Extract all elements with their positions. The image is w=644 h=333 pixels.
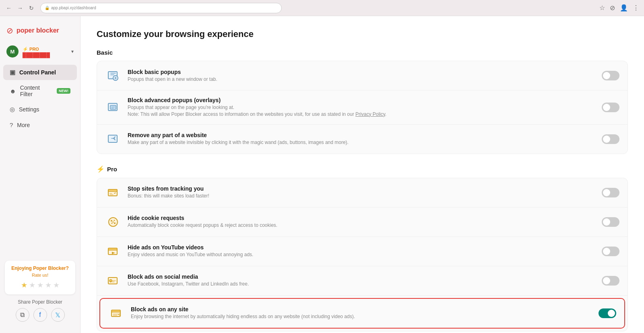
- stop-tracking-toggle[interactable]: [602, 188, 619, 197]
- block-basic-popups-toggle[interactable]: [602, 71, 619, 80]
- block-any-site-text: Block ads on any site Enjoy browsing the…: [131, 306, 592, 320]
- share-section: Share Poper Blocker ⧉ f 𝕏: [5, 299, 75, 322]
- share-facebook-button[interactable]: f: [33, 308, 47, 322]
- sidebar: ⊘ poper blocker M ⚡ PRO ████████ ▾ ▣ Con…: [0, 16, 80, 333]
- sidebar-item-label: Content Filter: [20, 84, 51, 97]
- block-advanced-popups-desc: Popups that appear on the page you're lo…: [128, 104, 595, 118]
- star-2[interactable]: ★: [29, 281, 35, 290]
- remove-website-part-title: Remove any part of a website: [128, 132, 595, 138]
- block-basic-popups-desc: Popups that open in a new window or tab.: [128, 76, 595, 83]
- block-any-site-desc: Enjoy browsing the internet by automatic…: [131, 313, 592, 320]
- sidebar-bottom: Enjoying Poper Blocker? Rate us! ★ ★ ★ ★…: [0, 256, 80, 327]
- remove-website-part-text: Remove any part of a website Make any pa…: [128, 132, 595, 146]
- stop-tracking-text: Stop sites from tracking you Bonus: this…: [128, 185, 595, 199]
- hide-cookie-toggle[interactable]: [602, 217, 619, 227]
- sidebar-user[interactable]: M ⚡ PRO ████████ ▾: [0, 42, 80, 61]
- hide-youtube-toggle[interactable]: [602, 247, 619, 256]
- block-any-site-toggle[interactable]: [599, 308, 616, 318]
- svg-point-11: [111, 222, 113, 224]
- block-social-ads-row: Block ads on social media Use Facebook, …: [97, 266, 627, 296]
- block-basic-popups-title: Block basic popups: [128, 69, 595, 75]
- star-3[interactable]: ★: [37, 281, 43, 290]
- svg-point-10: [114, 222, 116, 224]
- svg-point-12: [113, 221, 114, 222]
- sidebar-item-label: Control Panel: [19, 69, 56, 76]
- block-any-site-title: Block ads on any site: [131, 306, 592, 312]
- section-basic-title: Basic: [97, 49, 628, 56]
- hide-cookie-title: Hide cookie requests: [128, 215, 595, 221]
- star-5[interactable]: ★: [53, 281, 60, 290]
- toggle-slider: [602, 188, 619, 197]
- block-social-title: Block ads on social media: [128, 273, 595, 280]
- browser-chrome: ← → ↻ 🔒 app.pbapi.xyz/dashboard ☆ ⊘ 👤 ⋮: [0, 0, 644, 16]
- lightning-icon: ⚡: [97, 165, 105, 173]
- refresh-button[interactable]: ↻: [27, 4, 35, 12]
- svg-point-8: [111, 220, 112, 222]
- stop-tracking-icon: [105, 185, 121, 201]
- profile-icon[interactable]: 👤: [620, 4, 628, 12]
- block-basic-popups-row: Block basic popups Popups that open in a…: [97, 61, 627, 90]
- sidebar-item-label: Settings: [19, 106, 39, 113]
- hide-cookie-desc: Automatically block cookie request popup…: [128, 222, 595, 229]
- privacy-policy-link[interactable]: Privacy Policy: [355, 111, 385, 117]
- stop-tracking-row: Stop sites from tracking you Bonus: this…: [97, 178, 627, 208]
- stop-tracking-desc: Bonus: this will make sites load faster!: [128, 193, 595, 199]
- svg-rect-4: [108, 135, 117, 142]
- pro-settings-card: Stop sites from tracking you Bonus: this…: [97, 178, 628, 331]
- remove-website-part-toggle[interactable]: [602, 134, 619, 144]
- browser-actions: ☆ ⊘ 👤 ⋮: [599, 4, 639, 12]
- sidebar-item-settings[interactable]: ◎ Settings: [3, 102, 77, 117]
- star-rating[interactable]: ★ ★ ★ ★ ★: [10, 281, 70, 290]
- hide-cookie-icon: [105, 214, 121, 230]
- block-social-desc: Use Facebook, Instagram, Twitter and Lin…: [128, 281, 595, 288]
- share-title: Share Poper Blocker: [5, 299, 75, 305]
- stop-tracking-title: Stop sites from tracking you: [128, 185, 595, 192]
- share-twitter-button[interactable]: 𝕏: [51, 308, 65, 322]
- svg-rect-19: [111, 310, 120, 312]
- remove-website-part-row: Remove any part of a website Make any pa…: [97, 125, 627, 154]
- page-title: Customize your browsing experience: [97, 29, 628, 39]
- hide-youtube-text: Hide ads on YouTube videos Enjoy videos …: [128, 244, 595, 258]
- star-icon[interactable]: ☆: [599, 4, 605, 12]
- block-advanced-popups-title: Block advanced popups (overlays): [128, 97, 595, 103]
- hide-youtube-icon: [105, 243, 121, 259]
- svg-point-9: [114, 220, 115, 221]
- toggle-slider: [602, 276, 619, 286]
- hide-youtube-ads-row: Hide ads on YouTube videos Enjoy videos …: [97, 237, 627, 266]
- block-advanced-popups-row: Block advanced popups (overlays) Popups …: [97, 90, 627, 125]
- menu-icon[interactable]: ⋮: [633, 4, 639, 12]
- share-buttons: ⧉ f 𝕏: [5, 308, 75, 322]
- toggle-slider: [599, 308, 616, 318]
- block-advanced-popups-icon: [105, 99, 121, 115]
- forward-button[interactable]: →: [16, 4, 24, 12]
- more-icon: ?: [10, 121, 13, 128]
- user-name: ████████: [23, 52, 67, 58]
- back-button[interactable]: ←: [5, 4, 13, 12]
- sidebar-logo: ⊘ poper blocker: [0, 23, 80, 42]
- sidebar-item-control-panel[interactable]: ▣ Control Panel: [3, 65, 77, 80]
- extension-icon[interactable]: ⊘: [610, 4, 615, 12]
- address-bar[interactable]: 🔒 app.pbapi.xyz/dashboard: [40, 3, 282, 13]
- logo-icon: ⊘: [6, 26, 13, 35]
- star-1[interactable]: ★: [21, 281, 27, 290]
- content-filter-icon: ☻: [10, 88, 16, 95]
- chevron-down-icon: ▾: [71, 49, 74, 54]
- rate-card: Enjoying Poper Blocker? Rate us! ★ ★ ★ ★…: [5, 261, 75, 294]
- toggle-slider: [602, 71, 619, 80]
- share-copy-button[interactable]: ⧉: [16, 308, 29, 322]
- toggle-slider: [602, 134, 619, 144]
- sidebar-item-more[interactable]: ? More: [3, 117, 77, 132]
- control-panel-icon: ▣: [10, 69, 15, 76]
- block-advanced-popups-toggle[interactable]: [602, 103, 619, 112]
- block-any-site-row: Block ads on any site Enjoy browsing the…: [99, 298, 625, 329]
- sidebar-item-content-filter[interactable]: ☻ Content Filter NEW!: [3, 80, 77, 101]
- basic-settings-card: Block basic popups Popups that open in a…: [97, 61, 628, 154]
- toggle-slider: [602, 217, 619, 227]
- url-text: app.pbapi.xyz/dashboard: [51, 6, 96, 10]
- logo-text: poper blocker: [17, 27, 59, 34]
- new-badge: NEW!: [57, 88, 70, 94]
- star-4[interactable]: ★: [45, 281, 52, 290]
- main-content: Customize your browsing experience Basic…: [80, 16, 644, 333]
- hide-cookie-text: Hide cookie requests Automatically block…: [128, 215, 595, 229]
- block-social-toggle[interactable]: [602, 276, 619, 286]
